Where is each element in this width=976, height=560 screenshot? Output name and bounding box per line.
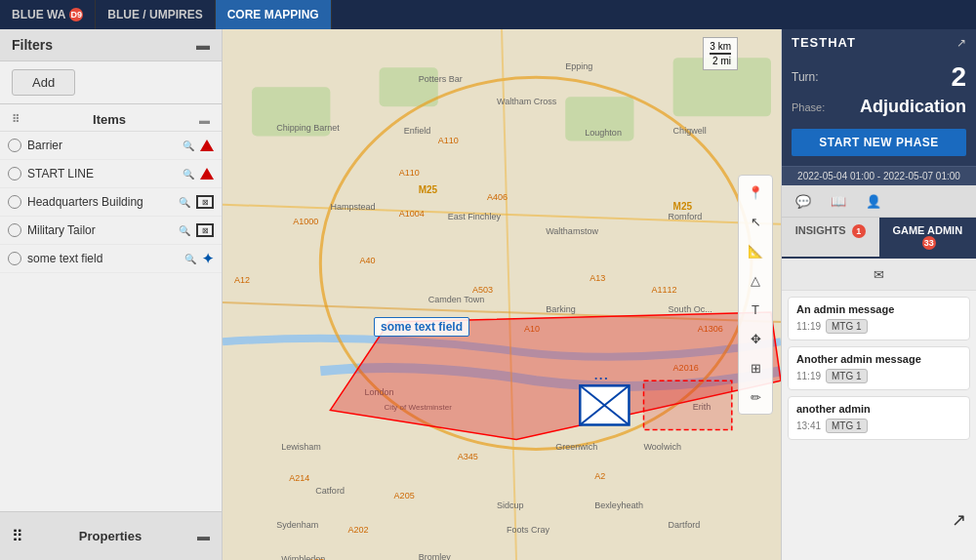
hq-symbol: ⊠ xyxy=(196,195,214,209)
svg-text:M25: M25 xyxy=(419,184,438,195)
svg-rect-63 xyxy=(644,380,732,429)
tab-blue-wa[interactable]: BLUE WA D9 xyxy=(0,0,96,29)
person-icon[interactable]: 👤 xyxy=(860,189,887,213)
speech-bubble-icon[interactable]: 💬 xyxy=(790,189,817,213)
item-checkbox[interactable] xyxy=(8,139,21,152)
svg-text:Walthamstow: Walthamstow xyxy=(546,226,598,236)
cursor-indicator: ↗ xyxy=(952,509,966,531)
item-icons: 🔍 ⊠ xyxy=(176,193,214,211)
tab-insights[interactable]: INSIGHTS 1 xyxy=(782,218,879,257)
item-checkbox[interactable] xyxy=(8,167,21,180)
item-icons: 🔍 xyxy=(180,137,214,154)
tab-blue-umpires[interactable]: BLUE / UMPIRES xyxy=(96,0,215,29)
svg-text:A406: A406 xyxy=(487,192,508,202)
svg-text:A13: A13 xyxy=(590,273,605,283)
messages-area: An admin message 11:19 MTG 1 Another adm… xyxy=(782,291,976,560)
svg-text:Chipping Barnet: Chipping Barnet xyxy=(276,123,340,133)
search-icon[interactable]: 🔍 xyxy=(180,165,197,182)
search-icon[interactable]: 🔍 xyxy=(176,221,193,239)
item-name-military-tailor: Military Tailor xyxy=(27,223,176,237)
svg-text:Romford: Romford xyxy=(669,212,703,221)
svg-text:Bromley: Bromley xyxy=(419,552,452,560)
search-icon[interactable]: 🔍 xyxy=(176,193,193,211)
edit-tool[interactable]: ✏ xyxy=(743,384,768,410)
svg-text:A202: A202 xyxy=(347,525,368,535)
properties-collapse-icon[interactable]: ▬ xyxy=(197,529,210,543)
phase-row: Phase: Adjudication xyxy=(792,97,966,117)
svg-text:M25: M25 xyxy=(673,201,693,212)
svg-text:Potters Bar: Potters Bar xyxy=(419,74,463,84)
svg-text:Greenwich: Greenwich xyxy=(555,442,597,452)
svg-text:A40: A40 xyxy=(359,256,375,265)
item-checkbox[interactable] xyxy=(8,195,21,209)
svg-text:A205: A205 xyxy=(394,491,415,500)
svg-text:A12: A12 xyxy=(234,275,250,285)
right-panel: TESTHAT ↗ Turn: 2 Phase: Adjudication ST… xyxy=(781,29,976,560)
tab-game-admin[interactable]: GAME ADMIN 33 xyxy=(879,218,977,257)
message-title: another admin xyxy=(796,403,961,415)
zoom-fit-tool[interactable]: ⊞ xyxy=(743,355,768,380)
message-tag: MTG 1 xyxy=(826,319,868,334)
tailor-symbol: ⊠ xyxy=(196,223,214,237)
items-section-header: ⠿ Items ▬ xyxy=(0,104,222,132)
svg-text:Woolwich: Woolwich xyxy=(644,442,681,452)
svg-text:Foots Cray: Foots Cray xyxy=(507,525,550,535)
mail-icon[interactable]: ✉ xyxy=(866,262,893,286)
message-time: 11:19 xyxy=(796,321,821,332)
items-section: ⠿ Items ▬ Barrier 🔍 START LINE 🔍 xyxy=(0,104,222,511)
svg-text:Barking: Barking xyxy=(546,304,576,314)
svg-text:Sidcup: Sidcup xyxy=(497,500,524,510)
map-text-field-label: some text field xyxy=(374,317,469,337)
tab-core-mapping[interactable]: CORE MAPPING xyxy=(216,0,332,29)
measure-tool[interactable]: 📐 xyxy=(743,238,768,263)
panel-tabs-icons: 💬 📖 👤 xyxy=(782,185,976,218)
svg-text:• • •: • • • xyxy=(594,374,607,382)
item-checkbox[interactable] xyxy=(8,223,21,237)
item-name-text-field: some text field xyxy=(27,252,182,265)
list-item: Military Tailor 🔍 ⊠ xyxy=(0,217,222,245)
list-item: START LINE 🔍 xyxy=(0,160,222,188)
cursor-tool[interactable]: ↖ xyxy=(743,209,768,234)
filters-header: Filters ▬ xyxy=(0,29,222,61)
search-icon[interactable]: 🔍 xyxy=(180,137,197,154)
export-icon[interactable]: ↗ xyxy=(956,36,966,50)
svg-text:A1000: A1000 xyxy=(293,217,318,226)
item-icons: 🔍 ✦ xyxy=(182,250,214,267)
start-line-symbol xyxy=(200,168,214,180)
properties-grid-icon: ⠿ xyxy=(12,527,23,545)
filters-collapse-icon[interactable]: ▬ xyxy=(196,37,210,53)
book-icon[interactable]: 📖 xyxy=(825,189,852,213)
phase-label: Phase: xyxy=(792,101,825,113)
message-title: Another admin message xyxy=(796,353,961,365)
add-btn-container: Add xyxy=(0,61,222,104)
add-button[interactable]: Add xyxy=(12,69,75,96)
item-icons: 🔍 xyxy=(180,165,214,182)
item-checkbox[interactable] xyxy=(8,252,21,265)
items-filter-icon[interactable]: ▬ xyxy=(199,114,210,126)
start-new-phase-button[interactable]: START NEW PHASE xyxy=(792,129,966,156)
items-grid-icon: ⠿ xyxy=(12,113,20,126)
scale-3km: 3 km xyxy=(710,41,731,55)
map-toolbar: 📍 ↖ 📐 △ T ✥ ⊞ ✏ xyxy=(738,175,773,415)
tab-blue-wa-badge: D9 xyxy=(69,8,83,21)
svg-text:Epping: Epping xyxy=(565,61,592,71)
search-icon[interactable]: 🔍 xyxy=(182,250,199,267)
tab-core-mapping-label: CORE MAPPING xyxy=(227,8,319,21)
svg-text:A110: A110 xyxy=(399,168,420,178)
svg-text:A2: A2 xyxy=(594,471,605,481)
map-area[interactable]: Potters Bar Epping Waltham Cross Chippin… xyxy=(223,29,781,560)
tab-blue-wa-label: BLUE WA xyxy=(12,8,65,21)
message-card: Another admin message 11:19 MTG 1 xyxy=(788,346,970,390)
properties-section: ⠿ Properties ▬ xyxy=(0,511,222,560)
list-item: Barrier 🔍 xyxy=(0,132,222,160)
text-tool[interactable]: T xyxy=(743,297,768,322)
move-tool[interactable]: ✥ xyxy=(743,326,768,351)
svg-text:Lewisham: Lewisham xyxy=(281,442,321,452)
draw-polygon-tool[interactable]: △ xyxy=(743,267,768,293)
svg-text:A345: A345 xyxy=(458,452,478,461)
location-pin-tool[interactable]: 📍 xyxy=(743,180,768,205)
barrier-symbol xyxy=(200,140,214,151)
svg-text:A503: A503 xyxy=(472,285,493,295)
properties-title: Properties xyxy=(79,529,142,543)
message-time: 11:19 xyxy=(796,371,821,381)
